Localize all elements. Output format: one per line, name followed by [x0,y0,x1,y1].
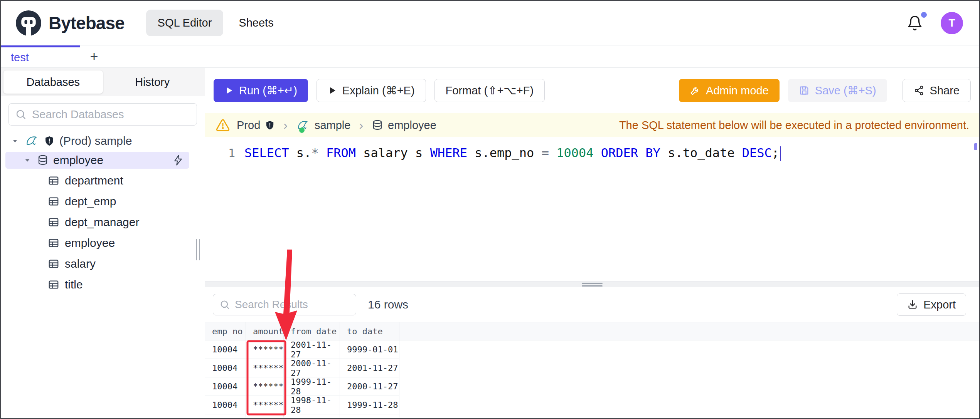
export-button[interactable]: Export [897,293,966,316]
tree-instance-label: (Prod) sample [59,134,132,147]
bell-icon [907,15,923,31]
share-icon [914,85,924,96]
brand-name: Bytebase [49,13,125,34]
tree-item-database-employee[interactable]: employee [5,152,189,169]
search-icon [219,299,230,310]
column-header-to-date[interactable]: to_date [340,322,399,340]
tree-item-table-salary[interactable]: salary [1,253,205,274]
sidebar: Databases History [1,68,205,418]
database-icon [372,119,383,131]
table-label: employee [65,236,115,250]
warning-icon [215,118,231,132]
search-results-input[interactable] [235,298,374,311]
tree-item-table-dept-manager[interactable]: dept_manager [1,212,205,233]
tab-test[interactable]: test [1,45,80,67]
line-number: 1 [205,146,235,160]
notification-badge [921,12,927,18]
tree-item-instance[interactable]: (Prod) sample [1,132,205,150]
database-search[interactable] [8,103,197,126]
search-icon [15,109,27,120]
sidebar-resize-handle[interactable] [196,239,200,260]
column-header-emp-no[interactable]: emp_no [205,322,246,340]
search-databases-input[interactable] [32,108,190,121]
row-count: 16 rows [368,298,408,311]
breadcrumb-separator: › [281,118,290,132]
table-icon [48,196,59,207]
tab-history[interactable]: History [103,70,202,94]
shield-icon [44,135,55,147]
bytebase-mascot-icon [15,9,42,37]
quick-query-lightning-icon[interactable] [172,154,184,166]
share-button[interactable]: Share [903,79,971,102]
tree-item-table-department[interactable]: department [1,170,205,191]
sidebar-tabs: Databases History [1,68,205,96]
table-label: salary [65,257,96,270]
mysql-dolphin-icon [25,134,39,147]
database-icon [37,154,49,166]
tree-item-table-employee[interactable]: employee [1,233,205,253]
table-label: dept_emp [65,195,116,208]
table-icon [48,237,59,249]
text-cursor [780,146,781,161]
table-icon [48,258,59,270]
admin-mode-button[interactable]: Admin mode [679,79,780,102]
sql-editor[interactable]: 1 SELECT s.* FROM salary s WHERE s.emp_n… [205,137,979,281]
results-search[interactable] [213,294,356,315]
bytebase-logo[interactable]: Bytebase [15,9,125,37]
results-table-header: emp_no amount from_date to_date [205,322,979,340]
play-icon [224,86,234,95]
avatar[interactable]: T [941,12,963,34]
sql-statement[interactable]: SELECT s.* FROM salary s WHERE s.emp_no … [244,146,781,161]
breadcrumb-environment[interactable]: Prod [237,119,275,132]
tree-item-table-title[interactable]: title [1,274,205,295]
sheet-tab-bar: test + [1,45,979,68]
breadcrumb-table[interactable]: employee [372,119,436,132]
main-content: Run (⌘+↵) Explain (⌘+E) Format (⇧+⌥+F) A… [205,68,979,418]
chevron-down-icon[interactable] [10,137,20,145]
wrench-icon [690,85,700,96]
save-button[interactable]: Save (⌘+S) [788,79,887,102]
nav-sql-editor[interactable]: SQL Editor [146,10,224,36]
table-icon [48,279,59,290]
table-label: title [65,278,83,291]
results-panel: 16 rows Export emp_no amount from_date [205,287,979,418]
protected-environment-message: The SQL statement below will be executed… [619,119,969,132]
new-tab-button[interactable]: + [80,45,108,67]
table-row[interactable]: 10004 ****** 2000-11-27 2001-11-27 [205,359,399,377]
results-table: emp_no amount from_date to_date 10004 **… [205,322,979,417]
shield-icon [265,120,275,131]
floppy-icon [799,85,810,96]
run-button[interactable]: Run (⌘+↵) [214,79,308,102]
format-button[interactable]: Format (⇧+⌥+F) [434,79,545,102]
database-tree: (Prod) sample employee [1,129,205,418]
table-label: dept_manager [65,216,139,229]
table-row[interactable]: 10004 ****** 1999-11-28 2000-11-27 [205,377,399,396]
mysql-dolphin-icon [296,119,310,131]
tab-databases[interactable]: Databases [3,70,103,94]
table-label: department [65,174,123,187]
tree-item-table-dept-emp[interactable]: dept_emp [1,191,205,212]
protected-environment-banner: Prod › sample [205,113,979,137]
tree-database-label: employee [53,154,103,167]
breadcrumb-database[interactable]: sample [296,119,351,132]
table-row-partial[interactable] [205,414,399,417]
notification-bell-button[interactable] [907,15,923,31]
table-row[interactable]: 10004 ****** 1998-11-28 1999-11-28 [205,396,399,414]
play-icon [328,86,337,95]
results-controls: 16 rows Export [205,287,979,322]
breadcrumb-separator: › [357,118,365,132]
panel-splitter[interactable] [205,281,979,287]
nav-sheets[interactable]: Sheets [239,17,273,29]
chevron-down-icon[interactable] [22,156,32,164]
connection-status-dot [299,127,305,133]
top-nav: SQL Editor Sheets [146,10,274,36]
column-header-from-date[interactable]: from_date [284,322,340,340]
code-line[interactable]: 1 SELECT s.* FROM salary s WHERE s.emp_n… [205,146,979,161]
table-row[interactable]: 10004 ****** 2001-11-27 9999-01-01 [205,340,399,359]
explain-button[interactable]: Explain (⌘+E) [317,79,426,102]
overview-ruler-mark [974,143,977,150]
column-header-amount[interactable]: amount [246,322,284,340]
table-icon [48,216,59,228]
editor-toolbar: Run (⌘+↵) Explain (⌘+E) Format (⇧+⌥+F) A… [205,68,979,113]
column-header-filler [399,322,979,340]
